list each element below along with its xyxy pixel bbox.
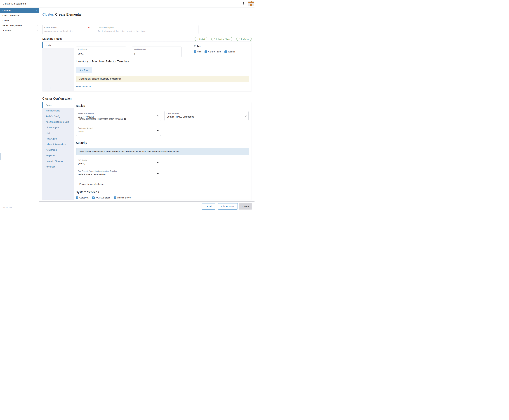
cluster-name-label: Cluster Name* (44, 26, 57, 29)
pool-name-input[interactable] (78, 52, 120, 55)
action-footer: Cancel Edit as YAML Create (39, 201, 254, 210)
service-label: Metrics Server (117, 196, 131, 199)
cis-profile-label: CIS Profile (78, 159, 87, 161)
config-tabs-column: Basics Member Roles Add-On Config Agent … (42, 102, 74, 200)
avatar[interactable] (248, 1, 254, 6)
cluster-name-field: Cluster Name* (42, 25, 92, 34)
machine-pools-heading: Machine Pools (42, 37, 62, 40)
sidebar-item-clusters[interactable]: Clusters 1 (0, 8, 39, 13)
project-network-isolation-label: Project Network Isolation (79, 183, 104, 185)
remove-pool-button[interactable]: − (58, 85, 74, 91)
cis-profile-select[interactable]: CIS Profile (None) (76, 158, 161, 167)
cluster-breadcrumb-link[interactable]: Cluster: (42, 12, 54, 16)
machine-count-input[interactable] (134, 52, 176, 55)
cluster-description-label: Cluster Description (98, 26, 113, 29)
title-divider (42, 20, 252, 20)
tab-fleet-agent[interactable]: Fleet Agent (42, 136, 74, 142)
kubernetes-version-label: Kubernetes Version (78, 112, 94, 115)
tab-registries[interactable]: Registries (42, 153, 74, 158)
tab-agent-environment-vars[interactable]: Agent Environment Vars (42, 119, 74, 125)
basics-heading: Basics (76, 104, 85, 108)
chevron-down-icon (157, 162, 159, 163)
cluster-description-input[interactable] (98, 30, 192, 32)
nginx-ingress-checkbox[interactable]: ✓ (92, 196, 95, 199)
psa-template-select[interactable]: Pod Security Admission Configuration Tem… (76, 169, 161, 178)
sidebar: Clusters 1 Cloud Credentials Drivers RKE… (0, 8, 39, 210)
sidebar-item-label: Cloud Credentials (2, 14, 20, 17)
chevron-down-icon (157, 129, 159, 131)
pool-name-field: Pool Name* (76, 46, 126, 57)
tab-etcd[interactable]: etcd (42, 130, 74, 136)
avatar-pixel (250, 4, 252, 6)
tab-networking[interactable]: Networking (42, 147, 74, 153)
cloud-provider-select[interactable]: Cloud Provider Default - RKE2 Embedded (164, 111, 249, 121)
create-button[interactable]: Create (239, 203, 252, 210)
metrics-server-checkbox[interactable]: ✓ (114, 196, 116, 199)
machine-pools-card: pool1 + − Pool Name* Machine Count* (42, 42, 252, 91)
tab-upgrade-strategy[interactable]: Upgrade Strategy (42, 158, 74, 164)
page-title: Cluster: Create Elemental (42, 12, 82, 16)
page-title-text: Create Elemental (55, 12, 82, 16)
left-edge-indicator (0, 153, 0, 160)
info-icon[interactable]: i (124, 118, 126, 120)
worker-checkbox[interactable]: ✓ (225, 50, 227, 53)
container-network-value: calico (78, 130, 84, 133)
tab-advanced[interactable]: Advanced (42, 164, 74, 170)
sidebar-item-cloud-credentials[interactable]: Cloud Credentials (0, 13, 39, 18)
chevron-down-icon (157, 172, 159, 174)
pool-actions: + − (42, 85, 74, 91)
project-network-isolation-checkbox[interactable] (76, 183, 78, 185)
sidebar-item-rke1-configuration[interactable]: RKE1 Configuration (0, 23, 39, 28)
sidebar-item-label: RKE1 Configuration (2, 24, 22, 27)
screen: Cluster Management Clusters 1 Cloud Cred… (0, 0, 254, 210)
check-icon: ✓ (213, 38, 215, 40)
kebab-menu-icon[interactable] (242, 2, 246, 6)
show-deprecated-checkbox[interactable] (76, 118, 78, 120)
show-deprecated-row: Show deprecated Kubernetes patch version… (76, 118, 126, 120)
app-title: Cluster Management (3, 2, 26, 5)
edit-as-yaml-button[interactable]: Edit as YAML (218, 203, 238, 210)
chevron-down-icon (157, 115, 159, 116)
container-network-label: Container Network (78, 127, 93, 129)
etcd-checkbox[interactable]: ✓ (194, 50, 196, 53)
cluster-configuration-card: Basics Member Roles Add-On Config Agent … (42, 102, 252, 200)
clusters-count-badge: 1 (36, 9, 37, 12)
tab-member-roles[interactable]: Member Roles (42, 108, 74, 113)
pool-name-label: Pool Name* (78, 48, 88, 50)
add-rule-button[interactable]: Add Rule (76, 67, 92, 73)
control-plane-checkbox[interactable]: ✓ (204, 50, 207, 53)
machine-count-label: Machine Count* (134, 48, 147, 50)
tab-labels-annotations[interactable]: Labels & Annotations (42, 142, 74, 147)
role-count-badges: ✓ 3 etcd ✓ 3 Control Plane ✓ 3 Worker (195, 37, 252, 41)
add-pool-button[interactable]: + (42, 85, 58, 91)
cluster-name-input[interactable] (44, 30, 86, 32)
cancel-button[interactable]: Cancel (202, 203, 215, 210)
role-label: Control Plane (208, 50, 221, 53)
system-services-row: ✓ CoreDNS ✓ NGINX Ingress ✓ Metrics Serv… (76, 196, 131, 199)
show-deprecated-label: Show deprecated Kubernetes patch version… (79, 118, 123, 120)
pool-name-bars-icon[interactable] (122, 50, 124, 53)
role-control-plane: ✓ Control Plane (204, 50, 221, 53)
sidebar-item-drivers[interactable]: Drivers (0, 18, 39, 23)
check-icon: ✓ (239, 38, 240, 40)
cloud-provider-label: Cloud Provider (166, 112, 179, 115)
machine-count-field: Machine Count* (132, 46, 182, 57)
tab-basics[interactable]: Basics (42, 102, 74, 108)
system-services-heading: System Services (76, 190, 99, 194)
role-label: Worker (228, 50, 235, 53)
tab-cluster-agent[interactable]: Cluster Agent (42, 125, 74, 130)
sidebar-item-label: Advanced (2, 29, 12, 32)
coredns-checkbox[interactable]: ✓ (76, 196, 78, 199)
service-metrics-server: ✓ Metrics Server (114, 196, 131, 199)
pool-tab-pool1[interactable]: pool1 (42, 42, 74, 48)
chevron-right-icon (36, 25, 37, 26)
check-icon: ✓ (197, 38, 198, 40)
show-advanced-link[interactable]: Show Advanced (76, 85, 91, 88)
tab-add-on-config[interactable]: Add-On Config (42, 113, 74, 119)
pod-security-banner: Pod Security Policies have been removed … (76, 148, 249, 155)
container-network-select[interactable]: Container Network calico (76, 126, 161, 136)
etcd-count-badge: ✓ 3 etcd (195, 37, 207, 41)
sidebar-item-advanced[interactable]: Advanced (0, 28, 39, 33)
cluster-configuration-heading: Cluster Configuration (42, 97, 72, 100)
service-label: NGINX Ingress (96, 196, 110, 199)
